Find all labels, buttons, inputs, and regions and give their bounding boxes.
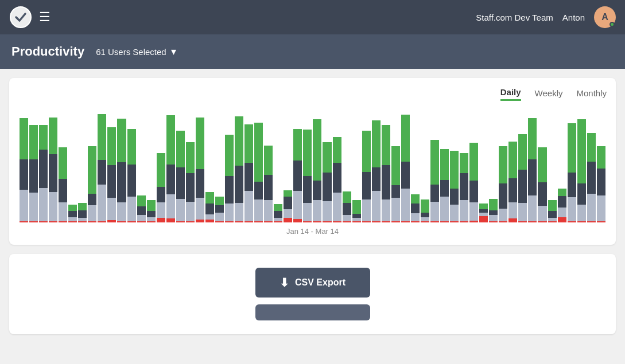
bar-segment-neutral — [107, 165, 116, 198]
bar-segment-offline — [147, 221, 156, 222]
second-export-button[interactable] — [255, 304, 370, 320]
hamburger-menu-icon[interactable]: ☰ — [39, 10, 51, 25]
bar-segment-unproductive — [88, 205, 96, 221]
bar-segment-neutral — [440, 180, 449, 197]
bar-segment-neutral — [382, 165, 390, 199]
bar-segment-unproductive — [39, 188, 48, 221]
bar-segment-unproductive — [469, 202, 478, 221]
tab-daily[interactable]: Daily — [500, 87, 521, 101]
bar-segment-neutral — [391, 185, 400, 198]
bar-segment-offline — [107, 220, 116, 223]
bar-segment-offline — [98, 221, 106, 222]
bar-segment-offline — [362, 221, 371, 222]
bar-segment-offline — [137, 221, 146, 222]
bar-segment-productive — [587, 133, 596, 162]
bar-segment-neutral — [401, 162, 410, 189]
bar-segment-productive — [469, 143, 478, 181]
bar-group — [157, 108, 165, 222]
bar-segment-unproductive — [499, 209, 507, 221]
bar-group — [362, 108, 371, 222]
bar-group — [538, 108, 546, 222]
bar-segment-offline — [469, 221, 478, 222]
bar-segment-neutral — [430, 185, 439, 202]
bar-group — [196, 108, 204, 222]
bar-segment-offline — [568, 221, 576, 222]
bar-segment-productive — [176, 131, 185, 168]
bar-segment-offline — [244, 221, 253, 222]
bar-segment-productive — [117, 119, 126, 163]
bar-segment-offline — [117, 221, 126, 222]
bar-segment-neutral — [518, 170, 527, 203]
bar-segment-unproductive — [137, 215, 146, 221]
bar-segment-offline — [166, 218, 175, 222]
bar-segment-neutral — [284, 197, 292, 209]
bar-group — [568, 108, 576, 222]
bar-segment-neutral — [205, 203, 214, 214]
team-name: Staff.com Dev Team — [476, 13, 553, 22]
bar-segment-offline — [489, 221, 498, 222]
bar-segment-offline — [440, 221, 449, 222]
bar-group — [587, 108, 596, 222]
bar-segment-neutral — [88, 194, 96, 206]
bar-segment-productive — [205, 192, 214, 203]
bar-segment-offline — [479, 216, 488, 222]
bar-segment-offline — [558, 217, 566, 222]
bar-segment-neutral — [186, 173, 195, 202]
bar-segment-offline — [176, 221, 185, 222]
bar-segment-unproductive — [98, 185, 106, 221]
bar-segment-offline — [577, 221, 586, 222]
chart-card: Daily Weekly Monthly Jan 14 - Mar 14 — [9, 78, 616, 245]
bar-group — [499, 108, 507, 222]
bar-segment-neutral — [469, 181, 478, 203]
bar-segment-neutral — [68, 211, 77, 217]
bar-group — [528, 108, 537, 222]
bar-segment-unproductive — [313, 200, 321, 221]
logo-icon — [9, 6, 32, 29]
bar-segment-productive — [68, 205, 77, 211]
users-selected-button[interactable]: 61 Users Selected ▾ — [96, 45, 176, 58]
csv-export-button[interactable]: ⬇ CSV Export — [255, 268, 370, 298]
bar-segment-neutral — [528, 159, 537, 195]
bar-group — [508, 108, 517, 222]
bar-group — [333, 108, 341, 222]
bar-segment-offline — [538, 221, 546, 222]
bar-segment-neutral — [372, 167, 381, 191]
bar-segment-productive — [538, 147, 546, 182]
bar-segment-unproductive — [479, 213, 488, 217]
bar-group — [107, 108, 116, 222]
tab-monthly[interactable]: Monthly — [576, 88, 607, 100]
bar-group — [440, 108, 449, 222]
bar-segment-offline — [264, 221, 273, 222]
bar-segment-productive — [430, 140, 439, 185]
bar-segment-productive — [382, 125, 390, 165]
bar-segment-neutral — [508, 178, 517, 202]
bar-segment-productive — [440, 149, 449, 180]
users-selected-label: 61 Users Selected — [96, 47, 166, 57]
bar-segment-unproductive — [372, 191, 381, 221]
bar-segment-neutral — [303, 176, 312, 203]
bar-segment-neutral — [274, 211, 282, 218]
bar-segment-unproductive — [450, 205, 459, 221]
bar-segment-neutral — [59, 179, 67, 203]
bar-segment-unproductive — [323, 201, 331, 222]
tab-weekly[interactable]: Weekly — [535, 88, 563, 100]
bar-segment-neutral — [489, 210, 498, 215]
bar-segment-offline — [421, 221, 429, 222]
bar-group — [430, 108, 439, 222]
bar-segment-neutral — [137, 206, 146, 214]
bar-segment-productive — [597, 146, 605, 169]
bar-segment-productive — [137, 195, 146, 206]
avatar[interactable]: A — [594, 6, 616, 28]
bar-segment-neutral — [362, 172, 371, 199]
bar-segment-productive — [20, 118, 28, 159]
bar-group — [98, 108, 106, 222]
bar-segment-neutral — [215, 205, 224, 213]
bar-segment-productive — [303, 130, 312, 175]
bar-segment-offline — [303, 221, 312, 222]
bar-group — [401, 108, 410, 222]
bar-segment-offline — [59, 221, 67, 222]
bar-segment-productive — [391, 146, 400, 185]
bar-segment-neutral — [78, 210, 87, 217]
bar-segment-productive — [558, 189, 566, 195]
bar-segment-unproductive — [303, 203, 312, 221]
